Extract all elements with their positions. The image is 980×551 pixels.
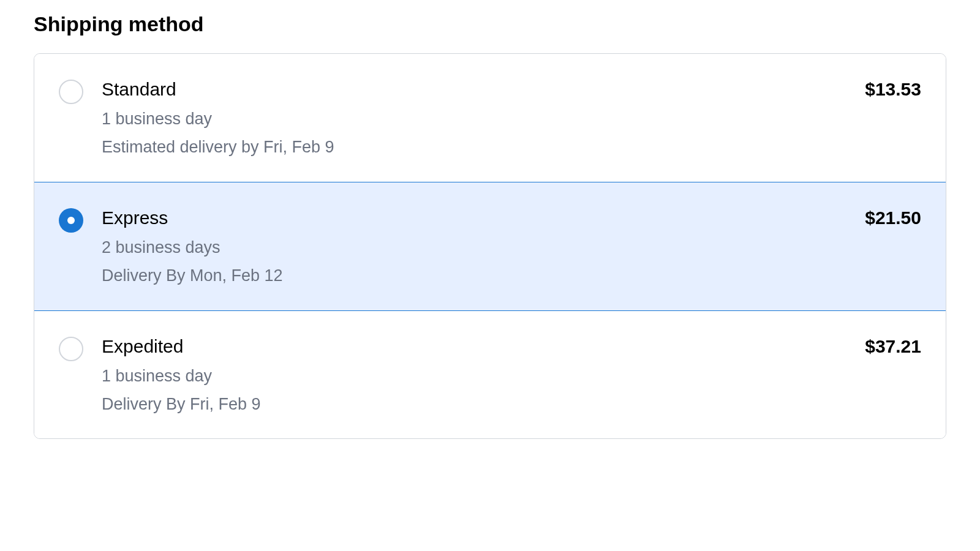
- option-text: Expedited 1 business day Delivery By Fri…: [102, 335, 261, 414]
- option-name: Express: [102, 207, 283, 229]
- option-duration: 1 business day: [102, 109, 334, 129]
- option-delivery: Delivery By Mon, Feb 12: [102, 266, 283, 285]
- option-name: Expedited: [102, 335, 261, 358]
- option-price: $37.21: [865, 335, 921, 358]
- radio-wrapper: [59, 208, 83, 233]
- radio-wrapper: [59, 337, 83, 361]
- shipping-option-expedited[interactable]: Expedited 1 business day Delivery By Fri…: [34, 311, 946, 439]
- radio-button-express[interactable]: [59, 208, 83, 233]
- radio-button-standard[interactable]: [59, 80, 83, 104]
- radio-button-expedited[interactable]: [59, 337, 83, 361]
- option-text: Standard 1 business day Estimated delive…: [102, 78, 334, 157]
- option-content: Express 2 business days Delivery By Mon,…: [102, 207, 921, 286]
- option-duration: 1 business day: [102, 366, 261, 386]
- radio-wrapper: [59, 80, 83, 104]
- radio-dot-icon: [67, 217, 75, 224]
- option-delivery: Delivery By Fri, Feb 9: [102, 394, 261, 414]
- option-delivery: Estimated delivery by Fri, Feb 9: [102, 137, 334, 157]
- shipping-method-card: Standard 1 business day Estimated delive…: [34, 53, 946, 439]
- shipping-option-standard[interactable]: Standard 1 business day Estimated delive…: [34, 54, 946, 182]
- option-text: Express 2 business days Delivery By Mon,…: [102, 207, 283, 286]
- option-name: Standard: [102, 78, 334, 100]
- option-content: Standard 1 business day Estimated delive…: [102, 78, 921, 157]
- section-title: Shipping method: [34, 12, 946, 36]
- option-price: $13.53: [865, 78, 921, 100]
- shipping-option-express[interactable]: Express 2 business days Delivery By Mon,…: [34, 182, 946, 311]
- option-price: $21.50: [865, 207, 921, 229]
- option-duration: 2 business days: [102, 238, 283, 257]
- option-content: Expedited 1 business day Delivery By Fri…: [102, 335, 921, 414]
